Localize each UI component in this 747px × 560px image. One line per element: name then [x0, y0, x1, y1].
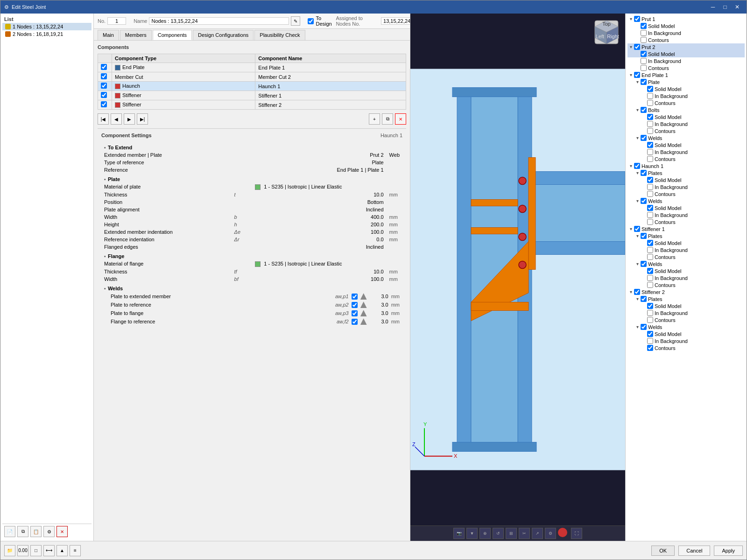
tree-item[interactable]: ▾ Prut 1 — [627, 15, 745, 22]
tree-item[interactable]: Solid Model — [627, 267, 745, 274]
tree-item[interactable]: Contours — [627, 316, 745, 323]
tree-checkbox[interactable] — [647, 310, 653, 316]
tree-checkbox[interactable] — [641, 107, 647, 113]
close-button[interactable]: ✕ — [732, 2, 743, 12]
tree-checkbox[interactable] — [647, 338, 653, 344]
tab-plausibility-check[interactable]: Plausibility Check — [254, 30, 305, 40]
sidebar-copy-button[interactable]: ⧉ — [17, 526, 28, 537]
sidebar-paste-button[interactable]: 📋 — [30, 526, 42, 537]
sidebar-delete-button[interactable]: ✕ — [56, 526, 68, 537]
tree-item[interactable]: Contours — [627, 64, 745, 71]
table-row[interactable]: Stiffener Stiffener 1 — [98, 91, 406, 100]
sidebar-item-1[interactable]: 1 Nodes : 13,15,22,24 — [2, 23, 92, 30]
tree-item[interactable]: Solid Model — [627, 302, 745, 309]
comp-add-button[interactable]: + — [369, 113, 380, 125]
tree-checkbox[interactable] — [634, 16, 640, 22]
weld-checkbox[interactable] — [352, 319, 358, 325]
tree-item[interactable]: In Background — [627, 246, 745, 253]
table-row[interactable]: Haunch Haunch 1 — [98, 82, 406, 91]
vp-fullscreen-button[interactable]: ⛶ — [571, 528, 582, 539]
tree-checkbox[interactable] — [647, 100, 653, 106]
tree-checkbox[interactable] — [647, 240, 653, 246]
tree-item[interactable]: Solid Model — [627, 239, 745, 246]
viewport-3d[interactable]: X Y Z Top Lef — [410, 14, 625, 525]
tree-checkbox[interactable] — [647, 345, 653, 351]
bottom-icon-1[interactable]: 📁 — [4, 545, 15, 556]
vp-pan-button[interactable]: ⊕ — [479, 528, 491, 539]
tree-item[interactable]: ▾ Plates — [627, 295, 745, 302]
comp-delete-button[interactable]: ✕ — [395, 113, 406, 125]
tree-checkbox[interactable] — [647, 212, 653, 218]
table-row[interactable]: Stiffener Stiffener 2 — [98, 100, 406, 110]
vp-rotate-button[interactable]: ↺ — [493, 528, 504, 539]
tree-checkbox[interactable] — [647, 142, 653, 148]
tree-item[interactable]: In Background — [627, 337, 745, 344]
tree-item[interactable]: Solid Model — [627, 85, 745, 92]
bottom-icon-5[interactable]: ▲ — [56, 545, 68, 556]
tree-checkbox[interactable] — [641, 79, 647, 85]
tree-item[interactable]: ▾ Stiffener 2 — [627, 288, 745, 295]
tree-item[interactable]: In Background — [627, 57, 745, 64]
minimize-button[interactable]: ─ — [707, 2, 719, 12]
tree-checkbox[interactable] — [647, 282, 653, 288]
tab-components[interactable]: Components — [153, 30, 192, 40]
tree-item[interactable]: ▾ Plate — [627, 78, 745, 85]
tab-main[interactable]: Main — [98, 30, 119, 40]
tree-item[interactable]: ▾ Haunch 1 — [627, 162, 745, 169]
tree-checkbox[interactable] — [647, 247, 653, 253]
tree-checkbox[interactable] — [647, 219, 653, 225]
tree-item[interactable]: Contours — [627, 99, 745, 106]
tree-checkbox[interactable] — [647, 268, 653, 274]
bottom-icon-6[interactable]: ≡ — [70, 545, 81, 556]
tree-checkbox[interactable] — [647, 156, 653, 162]
row-checkbox[interactable] — [101, 83, 107, 89]
tree-item[interactable]: ▾ Welds — [627, 260, 745, 267]
tree-checkbox[interactable] — [641, 296, 647, 302]
tree-checkbox[interactable] — [641, 198, 647, 204]
vp-color-button[interactable] — [558, 528, 567, 537]
row-checkbox[interactable] — [101, 92, 107, 98]
tree-item[interactable]: In Background — [627, 148, 745, 155]
tree-checkbox[interactable] — [647, 149, 653, 155]
row-checkbox[interactable] — [101, 101, 107, 107]
tree-item[interactable]: ▾ End Plate 1 — [627, 71, 745, 78]
vp-zoom-button[interactable]: ▼ — [466, 528, 478, 539]
tree-checkbox[interactable] — [647, 331, 653, 337]
tree-checkbox[interactable] — [641, 51, 647, 57]
tree-item[interactable]: In Background — [627, 274, 745, 281]
tree-item[interactable]: In Background — [627, 92, 745, 99]
tree-item[interactable]: Solid Model — [627, 204, 745, 211]
weld-checkbox[interactable] — [352, 310, 358, 316]
tab-members[interactable]: Members — [120, 30, 152, 40]
comp-first-button[interactable]: |◀ — [98, 113, 109, 125]
no-input[interactable] — [107, 17, 126, 25]
tree-item[interactable]: ▾ Prut 2 — [627, 43, 745, 50]
tree-item[interactable]: In Background — [627, 183, 745, 190]
sidebar-settings-button[interactable]: ⚙ — [43, 526, 55, 537]
tree-checkbox[interactable] — [641, 23, 647, 29]
tree-checkbox[interactable] — [641, 135, 647, 141]
tree-item[interactable]: In Background — [627, 309, 745, 316]
bottom-icon-2[interactable]: 0.00 — [17, 545, 28, 556]
tree-checkbox[interactable] — [647, 93, 653, 99]
comp-next-button[interactable]: ▶ — [124, 113, 135, 125]
tab-design-configurations[interactable]: Design Configurations — [193, 30, 254, 40]
tree-item[interactable]: Solid Model — [627, 50, 745, 57]
tree-checkbox[interactable] — [641, 30, 647, 36]
tree-checkbox[interactable] — [641, 324, 647, 330]
tree-checkbox[interactable] — [641, 58, 647, 64]
tree-item[interactable]: ▾ Welds — [627, 197, 745, 204]
tree-checkbox[interactable] — [634, 163, 640, 169]
to-design-checkbox[interactable] — [308, 18, 314, 24]
tree-item[interactable]: Solid Model — [627, 176, 745, 183]
comp-last-button[interactable]: ▶| — [137, 113, 148, 125]
tree-item[interactable]: Contours — [627, 281, 745, 288]
vp-select-button[interactable]: ↗ — [532, 528, 543, 539]
row-checkbox[interactable] — [101, 64, 107, 70]
tree-item[interactable]: ▾ Bolts — [627, 106, 745, 113]
weld-checkbox[interactable] — [352, 294, 358, 300]
vp-settings-button[interactable]: ⚙ — [545, 528, 556, 539]
viewport[interactable]: X Y Z Top Lef — [410, 14, 625, 541]
tree-checkbox[interactable] — [647, 254, 653, 260]
tree-checkbox[interactable] — [647, 191, 653, 197]
